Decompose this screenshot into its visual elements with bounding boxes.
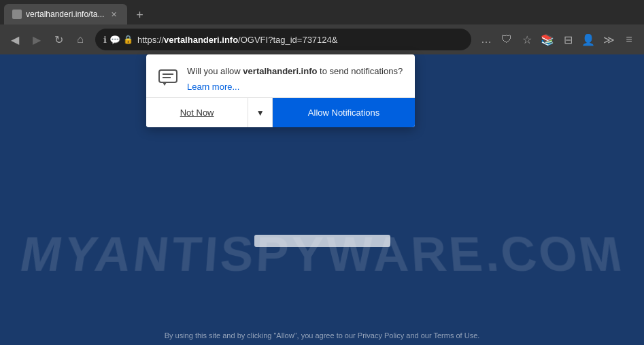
tab-favicon (12, 10, 22, 19)
forward-button[interactable]: ▶ (27, 30, 46, 49)
popup-site-name: vertalhanderi.info (243, 66, 317, 76)
learn-more-link[interactable]: Learn more... (187, 82, 404, 92)
back-button[interactable]: ◀ (5, 30, 24, 49)
tab-close-button[interactable]: ✕ (108, 9, 119, 20)
browser-chrome: vertalhanderi.info/ta... ✕ + ◀ ▶ ↻ ⌂ ℹ 💬… (0, 0, 644, 54)
popup-text: Will you allow vertalhanderi.info to sen… (187, 65, 404, 92)
url-display[interactable]: https://vertalhanderi.info/OGVFI?tag_id=… (137, 35, 463, 45)
popup-message-pre: Will you allow (187, 66, 243, 76)
info-icon: ℹ (103, 35, 107, 45)
menu-button[interactable]: ≡ (620, 30, 639, 49)
more-button[interactable]: … (477, 30, 496, 49)
notification-icon: 💬 (109, 35, 120, 45)
bookmark-button[interactable]: ☆ (518, 30, 537, 49)
active-tab[interactable]: vertalhanderi.info/ta... ✕ (4, 4, 127, 24)
svg-rect-0 (159, 70, 177, 82)
home-button[interactable]: ⌂ (71, 30, 90, 49)
popup-message-post: to send notifications? (317, 66, 403, 76)
url-domain: vertalhanderi.info (164, 35, 238, 45)
tab-title: vertalhanderi.info/ta... (26, 10, 104, 19)
watermark: MYANTISPYWARE.COM (0, 109, 644, 345)
tab-bar: vertalhanderi.info/ta... ✕ + (0, 0, 644, 24)
footer-text: By using this site and by clicking "Allo… (165, 331, 480, 340)
notification-popup: Will you allow vertalhanderi.info to sen… (146, 54, 415, 127)
library-button[interactable]: 📚 (538, 30, 557, 49)
lock-icon: 🔒 (123, 35, 133, 44)
dropdown-button[interactable]: ▼ (248, 98, 273, 127)
url-suffix: /OGVFI?tag_id=737124& (238, 35, 337, 45)
chat-icon (157, 67, 179, 88)
allow-notifications-button[interactable]: Allow Notifications (273, 98, 415, 127)
overflow-button[interactable]: ≫ (599, 30, 618, 49)
url-prefix: https:// (137, 35, 164, 45)
popup-header: Will you allow vertalhanderi.info to sen… (146, 54, 415, 97)
address-bar-icons: ℹ 💬 🔒 (103, 35, 133, 45)
page-footer: By using this site and by clicking "Allo… (0, 326, 644, 345)
navigation-bar: ◀ ▶ ↻ ⌂ ℹ 💬 🔒 https://vertalhanderi.info… (0, 24, 644, 54)
not-now-button[interactable]: Not Now (146, 98, 248, 127)
reload-button[interactable]: ↻ (49, 30, 68, 49)
new-tab-button[interactable]: + (130, 5, 149, 24)
popup-buttons: Not Now ▼ Allow Notifications (146, 97, 415, 127)
shield-button[interactable]: 🛡 (497, 30, 516, 49)
svg-marker-1 (163, 82, 167, 86)
address-bar[interactable]: ℹ 💬 🔒 https://vertalhanderi.info/OGVFI?t… (95, 29, 471, 50)
reader-button[interactable]: ⊟ (558, 30, 577, 49)
watermark-text: MYANTISPYWARE.COM (16, 228, 628, 281)
popup-message: Will you allow vertalhanderi.info to sen… (187, 65, 404, 78)
nav-right-icons: … 🛡 ☆ 📚 ⊟ 👤 ≫ ≡ (477, 30, 639, 49)
account-button[interactable]: 👤 (579, 30, 598, 49)
